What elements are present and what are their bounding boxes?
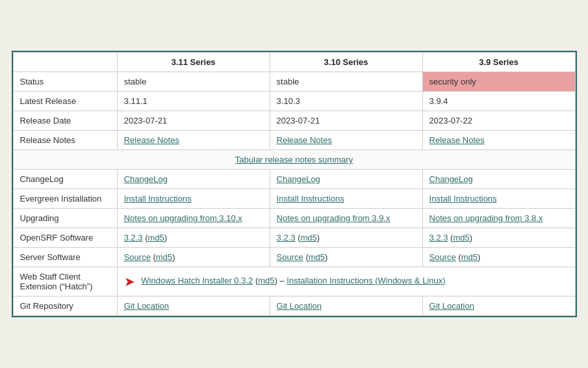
table-row: Server Software Source (md5) Source (md5… — [13, 248, 575, 267]
install-link-39[interactable]: Install Instructions — [429, 194, 497, 204]
table-row: Evergreen Installation Install Instructi… — [13, 189, 575, 209]
opensrf-310: 3.2.3 (md5) — [270, 228, 422, 248]
col-label-header — [13, 53, 117, 72]
release-date-311: 2023-07-21 — [117, 111, 270, 131]
col-311-header: 3.11 Series — [117, 53, 270, 72]
hatch-separator: – — [279, 276, 284, 285]
opensrf-md5-39[interactable]: md5 — [453, 233, 469, 243]
row-label-evergreen: Evergreen Installation — [13, 189, 117, 209]
server-md5-39[interactable]: md5 — [461, 252, 478, 262]
row-label-latest-release: Latest Release — [13, 92, 117, 111]
release-date-310: 2023-07-21 — [270, 111, 422, 131]
table-row: Release Date 2023-07-21 2023-07-21 2023-… — [13, 111, 575, 131]
server-39: Source (md5) — [422, 248, 575, 267]
row-label-git: Git Repository — [13, 296, 117, 316]
release-notes-link-311[interactable]: Release Notes — [124, 135, 179, 145]
hatch-instructions-link[interactable]: Installation Instructions (Windows & Lin… — [287, 276, 445, 285]
status-310: stable — [270, 72, 422, 92]
server-311: Source (md5) — [117, 248, 270, 267]
server-link-39[interactable]: Source — [429, 252, 456, 262]
table-row: Latest Release 3.11.1 3.10.3 3.9.4 — [13, 92, 575, 111]
col-310-header: 3.10 Series — [270, 53, 422, 72]
upgrading-link-39[interactable]: Notes on upgrading from 3.8.x — [429, 213, 543, 223]
install-link-311[interactable]: Install Instructions — [124, 194, 192, 204]
table-row: Status stable stable security only — [13, 72, 575, 92]
table-row: Upgrading Notes on upgrading from 3.10.x… — [13, 209, 575, 228]
arrow-icon: ➤ — [124, 274, 135, 289]
hatch-cell: ➤ Windows Hatch Installer 0.3.2 (md5) – … — [117, 267, 575, 296]
changelog-link-311[interactable]: ChangeLog — [124, 174, 168, 184]
git-link-311[interactable]: Git Location — [124, 301, 169, 311]
release-date-39: 2023-07-22 — [422, 111, 575, 131]
row-label-release-date: Release Date — [13, 111, 117, 131]
tabular-summary-row: Tabular release notes summary — [13, 150, 575, 170]
col-39-header: 3.9 Series — [422, 53, 575, 72]
server-310: Source (md5) — [270, 248, 422, 267]
row-label-upgrading: Upgrading — [13, 209, 117, 228]
opensrf-39: 3.2.3 (md5) — [422, 228, 575, 248]
hatch-installer-md5[interactable]: md5 — [258, 276, 274, 285]
table-row: Release Notes Release Notes Release Note… — [13, 131, 575, 150]
opensrf-link-311[interactable]: 3.2.3 — [124, 233, 143, 243]
opensrf-link-39[interactable]: 3.2.3 — [429, 233, 448, 243]
latest-release-311: 3.11.1 — [117, 92, 270, 111]
opensrf-md5-310[interactable]: md5 — [300, 233, 316, 243]
row-label-status: Status — [13, 72, 117, 92]
install-link-310[interactable]: Install Instructions — [277, 194, 344, 204]
row-label-changelog: ChangeLog — [13, 170, 117, 189]
opensrf-md5-311[interactable]: md5 — [148, 233, 164, 243]
changelog-link-39[interactable]: ChangeLog — [429, 174, 473, 184]
changelog-link-310[interactable]: ChangeLog — [277, 174, 320, 184]
table-row: Git Repository Git Location Git Location… — [13, 296, 575, 316]
server-link-311[interactable]: Source — [124, 252, 151, 262]
status-311: stable — [117, 72, 270, 92]
hatch-installer-link[interactable]: Windows Hatch Installer 0.3.2 — [141, 276, 253, 285]
table-row: ChangeLog ChangeLog ChangeLog ChangeLog — [13, 170, 575, 189]
opensrf-link-310[interactable]: 3.2.3 — [277, 233, 296, 243]
server-md5-310[interactable]: md5 — [309, 252, 325, 262]
server-md5-311[interactable]: md5 — [156, 252, 172, 262]
git-link-310[interactable]: Git Location — [277, 301, 322, 311]
row-label-server: Server Software — [13, 248, 117, 267]
table-row: Web Staff Client Extension (“Hatch”) ➤ W… — [13, 267, 575, 296]
release-notes-link-39[interactable]: Release Notes — [429, 135, 485, 145]
latest-release-310: 3.10.3 — [270, 92, 422, 111]
upgrading-link-310[interactable]: Notes on upgrading from 3.9.x — [277, 213, 390, 223]
row-label-hatch: Web Staff Client Extension (“Hatch”) — [13, 267, 117, 296]
upgrading-link-311[interactable]: Notes on upgrading from 3.10.x — [124, 213, 242, 223]
table-row: OpenSRF Software 3.2.3 (md5) 3.2.3 (md5)… — [13, 228, 575, 248]
opensrf-311: 3.2.3 (md5) — [117, 228, 270, 248]
latest-release-39: 3.9.4 — [422, 92, 575, 111]
tabular-summary-link[interactable]: Tabular release notes summary — [235, 155, 353, 164]
release-notes-link-310[interactable]: Release Notes — [277, 135, 332, 145]
row-label-opensrf: OpenSRF Software — [13, 228, 117, 248]
git-link-39[interactable]: Git Location — [429, 301, 474, 311]
server-link-310[interactable]: Source — [277, 252, 303, 262]
row-label-release-notes: Release Notes — [13, 131, 117, 150]
status-39: security only — [422, 72, 575, 92]
